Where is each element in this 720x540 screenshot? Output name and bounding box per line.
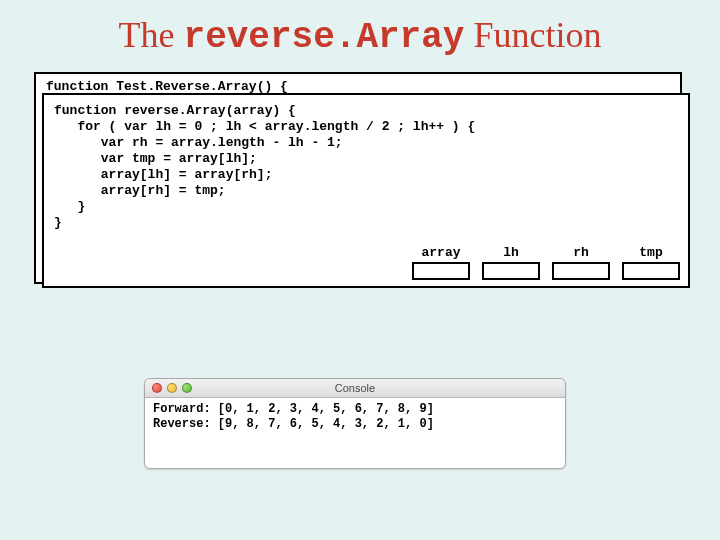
back-code-line: function Test.Reverse.Array() { (46, 79, 288, 94)
var-tmp: tmp (622, 245, 680, 280)
var-array-label: array (421, 245, 460, 260)
console-title: Console (145, 382, 565, 394)
var-rh-label: rh (573, 245, 589, 260)
var-lh-box (482, 262, 540, 280)
var-rh-box (552, 262, 610, 280)
var-tmp-box (622, 262, 680, 280)
title-suffix: Function (464, 15, 601, 55)
code-listing: function reverse.Array(array) { for ( va… (54, 103, 678, 231)
console-output: Forward: [0, 1, 2, 3, 4, 5, 6, 7, 8, 9] … (153, 402, 557, 432)
console-window: Console Forward: [0, 1, 2, 3, 4, 5, 6, 7… (144, 378, 566, 469)
slide-title: The reverse.Array Function (0, 14, 720, 58)
variable-row: array lh rh tmp (412, 245, 680, 280)
var-array: array (412, 245, 470, 280)
slide: The reverse.Array Function function Test… (0, 0, 720, 540)
console-titlebar[interactable]: Console (145, 379, 565, 398)
title-prefix: The (119, 15, 184, 55)
var-lh: lh (482, 245, 540, 280)
console-body: Forward: [0, 1, 2, 3, 4, 5, 6, 7, 8, 9] … (145, 398, 565, 468)
var-tmp-label: tmp (639, 245, 662, 260)
var-array-box (412, 262, 470, 280)
code-card: function reverse.Array(array) { for ( va… (42, 93, 690, 288)
var-lh-label: lh (503, 245, 519, 260)
var-rh: rh (552, 245, 610, 280)
title-code: reverse.Array (184, 17, 465, 58)
